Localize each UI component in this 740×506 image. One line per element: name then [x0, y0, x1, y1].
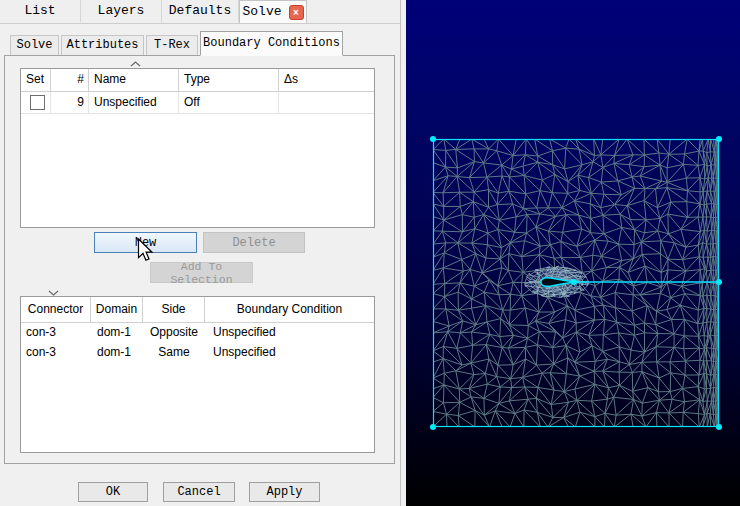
- bc-row-delta-s: [279, 92, 374, 113]
- conn-col-connector[interactable]: Connector: [21, 297, 91, 322]
- conn-col-side[interactable]: Side: [143, 297, 205, 322]
- set-checkbox[interactable]: [30, 95, 45, 110]
- sort-ascending-icon: [130, 61, 141, 67]
- subtab-solve[interactable]: Solve: [10, 35, 59, 55]
- connector-row[interactable]: con-3 dom-1 Opposite Unspecified: [21, 323, 374, 343]
- ok-button[interactable]: OK: [78, 482, 148, 502]
- panel-tab-bar: List Layers Defaults Solve ×: [0, 0, 400, 24]
- connector-table-header: Connector Domain Side Boundary Condition: [21, 297, 374, 323]
- tab-defaults[interactable]: Defaults: [162, 0, 239, 22]
- bc-col-delta-s[interactable]: Δs: [279, 69, 374, 91]
- tab-list-label: List: [24, 0, 55, 22]
- bc-col-set[interactable]: Set: [21, 69, 51, 91]
- conn-col-boundary-condition[interactable]: Boundary Condition: [205, 297, 374, 322]
- apply-button[interactable]: Apply: [249, 482, 320, 502]
- tab-layers[interactable]: Layers: [81, 0, 162, 22]
- bc-row-type: Off: [179, 92, 279, 113]
- tab-solve-label: Solve: [242, 1, 281, 23]
- bc-table-row[interactable]: 9 Unspecified Off: [21, 92, 374, 114]
- conn-cell-connector: con-3: [21, 343, 91, 363]
- conn-cell-domain: dom-1: [91, 343, 143, 363]
- conn-cell-bc: Unspecified: [205, 323, 374, 343]
- subtab-solve-label: Solve: [16, 38, 52, 52]
- bc-table-header: Set # Name Type Δs: [21, 69, 374, 92]
- tab-list[interactable]: List: [0, 0, 81, 22]
- conn-cell-connector: con-3: [21, 323, 91, 343]
- mesh-canvas[interactable]: [406, 0, 740, 506]
- tab-layers-label: Layers: [98, 0, 145, 22]
- subtab-trex[interactable]: T-Rex: [146, 35, 198, 55]
- bc-row-set-cell: [21, 92, 51, 113]
- bc-row-number: 9: [51, 92, 89, 113]
- bc-row-name: Unspecified: [89, 92, 179, 113]
- tab-defaults-label: Defaults: [169, 0, 231, 22]
- connector-row[interactable]: con-3 dom-1 Same Unspecified: [21, 343, 374, 363]
- tab-solve[interactable]: Solve ×: [239, 0, 307, 23]
- conn-col-domain[interactable]: Domain: [91, 297, 143, 322]
- display-viewport[interactable]: [406, 0, 740, 506]
- subtab-attributes-label: Attributes: [66, 38, 138, 52]
- bc-col-type[interactable]: Type: [179, 69, 279, 91]
- conn-cell-side: Same: [143, 343, 205, 363]
- conn-cell-bc: Unspecified: [205, 343, 374, 363]
- subtab-attributes[interactable]: Attributes: [61, 35, 144, 55]
- subtab-boundary-conditions-label: Boundary Conditions: [203, 36, 340, 50]
- pointwise-window: List Layers Defaults Solve × Solve Attri…: [0, 0, 740, 506]
- mouse-cursor-icon: [137, 238, 155, 264]
- add-to-selection-button[interactable]: Add To Selection: [150, 262, 253, 283]
- conn-cell-side: Opposite: [143, 323, 205, 343]
- bc-col-name[interactable]: Name: [89, 69, 179, 91]
- close-tab-icon[interactable]: ×: [289, 5, 304, 20]
- bc-table: Set # Name Type Δs 9 Unspecified Off: [20, 68, 375, 228]
- conn-cell-domain: dom-1: [91, 323, 143, 343]
- connector-table: Connector Domain Side Boundary Condition…: [20, 296, 375, 453]
- cancel-button[interactable]: Cancel: [163, 482, 235, 502]
- bc-col-number[interactable]: #: [51, 69, 89, 91]
- subtab-trex-label: T-Rex: [154, 38, 190, 52]
- solve-panel: List Layers Defaults Solve × Solve Attri…: [0, 0, 400, 506]
- sort-descending-icon: [48, 290, 59, 296]
- subtab-boundary-conditions[interactable]: Boundary Conditions: [200, 31, 343, 56]
- delete-button[interactable]: Delete: [203, 232, 305, 253]
